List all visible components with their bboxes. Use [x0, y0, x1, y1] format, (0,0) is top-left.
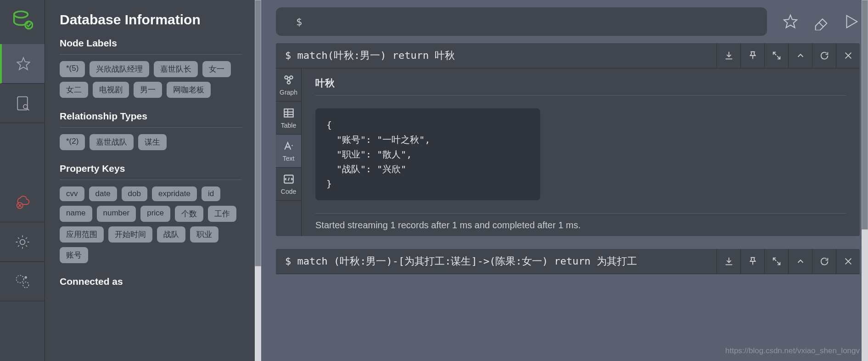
chip-prop-key[interactable]: dob: [122, 186, 147, 201]
main-scrollbar[interactable]: [862, 0, 868, 361]
pin-button[interactable]: [740, 249, 764, 274]
editor-bar: $: [276, 0, 860, 43]
collapse-button[interactable]: [788, 249, 812, 274]
close-button[interactable]: [836, 249, 860, 274]
pin-button[interactable]: [740, 43, 764, 68]
nav-favorites[interactable]: [0, 44, 45, 84]
tab-graph[interactable]: Graph: [276, 68, 301, 102]
status-text: Started streaming 1 records after 1 ms a…: [315, 213, 846, 231]
chip-prop-key[interactable]: 应用范围: [60, 226, 104, 243]
frame-query[interactable]: $ match(叶秋:男一) return 叶秋: [276, 43, 717, 68]
chip-node-label[interactable]: 嘉世队长: [154, 61, 198, 77]
tab-table[interactable]: Table: [276, 102, 301, 135]
svg-point-10: [22, 282, 28, 288]
chip-node-label[interactable]: 网咖老板: [167, 82, 211, 98]
node-labels-chips: *(5) 兴欣战队经理 嘉世队长 女一 女二 电视剧 男一 网咖老板: [60, 61, 242, 98]
watermark: https://blog.csdn.net/vxiao_shen_longv: [725, 346, 860, 355]
chip-prop-key[interactable]: 个数: [175, 206, 203, 222]
chip-rel-type[interactable]: *(2): [60, 134, 85, 150]
rel-types-heading: Relationship Types: [60, 111, 242, 122]
chip-prop-key[interactable]: 账号: [60, 247, 88, 263]
chip-prop-key[interactable]: expridate: [152, 186, 197, 201]
chip-node-label[interactable]: 女一: [202, 61, 231, 77]
nav-settings[interactable]: [0, 222, 45, 262]
chip-node-label[interactable]: 男一: [134, 82, 162, 98]
svg-point-8: [20, 239, 25, 244]
download-button[interactable]: [717, 43, 740, 68]
tab-code[interactable]: Code: [276, 168, 301, 201]
tab-text[interactable]: Text: [276, 135, 301, 168]
result-json: { "账号": "一叶之秋", "职业": "散人", "战队": "兴欣" }: [315, 108, 540, 200]
result-frame: $ match(叶秋:男一) return 叶秋 Graph: [276, 43, 860, 236]
play-icon[interactable]: [842, 13, 860, 30]
connected-as-heading: Connected as: [60, 276, 242, 287]
node-labels-heading: Node Labels: [60, 38, 242, 49]
frame-query[interactable]: $ match (叶秋:男一)-[为其打工:谋生]->(陈果:女一) retur…: [276, 249, 717, 274]
rerun-button[interactable]: [812, 43, 836, 68]
chip-prop-key[interactable]: name: [60, 206, 92, 222]
collapse-button[interactable]: [788, 43, 812, 68]
main-area: $ $ match(叶秋:男一) return 叶秋: [258, 0, 868, 361]
svg-point-9: [16, 275, 23, 282]
expand-button[interactable]: [764, 43, 788, 68]
chip-rel-type[interactable]: 嘉世战队: [90, 134, 134, 150]
svg-point-3: [23, 104, 27, 108]
chip-node-label[interactable]: 女二: [60, 82, 88, 98]
prop-keys-heading: Property Keys: [60, 163, 242, 174]
chip-prop-key[interactable]: 战队: [157, 226, 185, 243]
prop-keys-chips: cvv date dob expridate id name number pr…: [60, 186, 242, 263]
chip-prop-key[interactable]: 工作: [208, 206, 236, 222]
nav-rail: [0, 0, 45, 361]
chip-prop-key[interactable]: price: [140, 206, 170, 222]
chip-node-label[interactable]: *(5): [60, 61, 85, 77]
query-editor[interactable]: $: [276, 7, 767, 36]
nav-cloud-error[interactable]: [0, 183, 45, 222]
svg-rect-2: [17, 96, 28, 110]
chip-node-label[interactable]: 电视剧: [93, 82, 129, 98]
nav-documents[interactable]: [0, 84, 45, 123]
view-tabs: Graph Table Text Code: [276, 68, 302, 236]
star-icon[interactable]: [782, 13, 799, 30]
result-column-header: 叶秋: [315, 77, 846, 96]
chip-prop-key[interactable]: number: [97, 206, 136, 222]
editor-prompt: $: [296, 16, 302, 28]
result-frame: $ match (叶秋:男一)-[为其打工:谋生]->(陈果:女一) retur…: [276, 249, 860, 274]
download-button[interactable]: [717, 249, 740, 274]
sidebar-title: Database Information: [60, 12, 242, 28]
sidebar: Database Information Node Labels *(5) 兴欣…: [45, 0, 258, 361]
svg-rect-15: [284, 109, 293, 117]
rel-types-chips: *(2) 嘉世战队 谋生: [60, 134, 242, 150]
nav-about[interactable]: [0, 262, 45, 301]
svg-point-11: [25, 276, 27, 278]
rerun-button[interactable]: [812, 249, 836, 274]
chip-rel-type[interactable]: 谋生: [138, 134, 167, 150]
chip-prop-key[interactable]: cvv: [60, 186, 84, 201]
eraser-icon[interactable]: [812, 13, 829, 30]
chip-prop-key[interactable]: 职业: [190, 226, 218, 243]
svg-point-0: [14, 11, 28, 18]
chip-prop-key[interactable]: 开始时间: [108, 226, 152, 243]
expand-button[interactable]: [764, 249, 788, 274]
chip-prop-key[interactable]: date: [89, 186, 117, 201]
chip-node-label[interactable]: 兴欣战队经理: [90, 61, 149, 77]
close-button[interactable]: [836, 43, 860, 68]
db-logo: [12, 9, 33, 30]
chip-prop-key[interactable]: id: [202, 186, 220, 201]
sidebar-scrollbar[interactable]: [255, 0, 261, 361]
